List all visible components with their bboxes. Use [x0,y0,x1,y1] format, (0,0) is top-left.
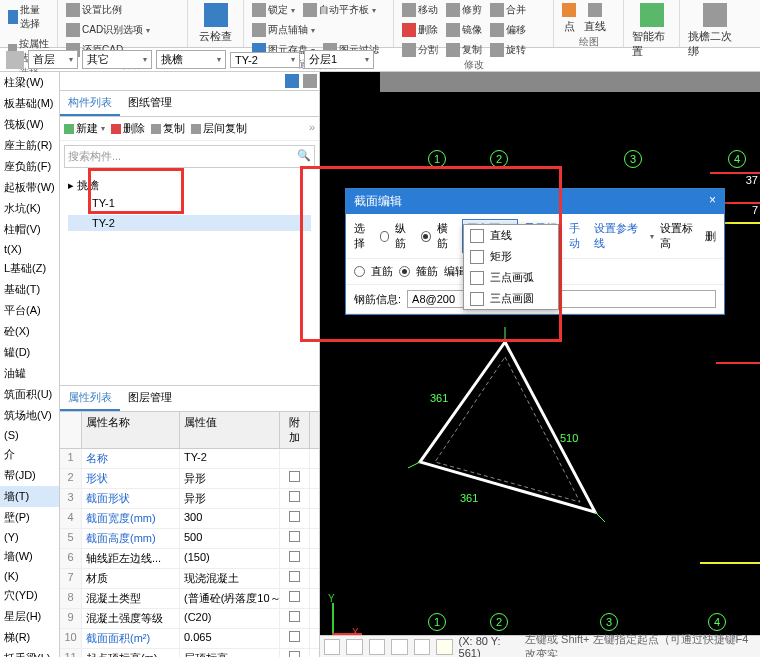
nav-item[interactable]: 介 [0,444,59,465]
nav-item[interactable]: t(X) [0,240,59,258]
move[interactable]: 移动 [400,2,440,18]
prop-row[interactable]: 11起点顶标高(m)层顶标高 [60,649,319,657]
tree-item-ty2[interactable]: TY-2 [68,215,311,231]
new-button[interactable]: 新建▾ [64,121,105,136]
search-input[interactable]: 搜索构件... 🔍 [64,145,315,168]
nav-item[interactable]: 座负筋(F) [0,156,59,177]
cloud-check[interactable]: 云检查 [194,2,237,45]
nav-item[interactable]: 座主筋(R) [0,135,59,156]
line-tool[interactable]: 直线 [582,2,608,35]
type-combo[interactable]: 挑檐▾ [156,50,226,69]
sb-btn[interactable] [369,639,385,655]
sb-btn[interactable] [324,639,340,655]
tree-root[interactable]: ▸ 挑檐 [68,176,311,195]
tab-drawings[interactable]: 图纸管理 [120,91,180,116]
link-set-ref[interactable]: 设置参考线 [594,221,643,251]
trim[interactable]: 修剪 [444,2,484,18]
category-combo[interactable]: 其它▾ [82,50,152,69]
offset[interactable]: 偏移 [488,22,528,38]
nav-item[interactable]: L基础(Z) [0,258,59,279]
cad-options[interactable]: CAD识别选项▾ [64,22,152,38]
copy[interactable]: 复制 [444,42,484,58]
menu-line[interactable]: 直线 [464,225,558,246]
set-scale[interactable]: 设置比例 [64,2,124,18]
nav-item[interactable]: 平台(A) [0,300,59,321]
grid-view-icon[interactable] [303,74,317,88]
merge[interactable]: 合并 [488,2,528,18]
radio-stirrup[interactable] [399,266,410,277]
point-tool[interactable]: 点 [560,2,578,35]
lock[interactable]: 锁定▾ [250,2,297,18]
nav-item[interactable]: 柱帽(V) [0,219,59,240]
nav-item[interactable]: 基础(T) [0,279,59,300]
link-set-elev[interactable]: 设置标高 [660,221,699,251]
nav-item[interactable]: 墙(T) [0,486,59,507]
delete[interactable]: 删除 [400,22,440,38]
nav-item[interactable]: 砼(X) [0,321,59,342]
link-manual[interactable]: 手动 [569,221,589,251]
tab-components[interactable]: 构件列表 [60,91,120,116]
rotate[interactable]: 旋转 [488,42,528,58]
nav-item[interactable]: 星层(H) [0,606,59,627]
eave-rebar[interactable]: 挑檐二次绑 [686,2,744,60]
close-icon[interactable]: × [709,193,716,210]
prop-row[interactable]: 5截面高度(mm)500 [60,529,319,549]
menu-rect[interactable]: 矩形 [464,246,558,267]
tab-layers[interactable]: 图层管理 [120,386,180,411]
nav-item[interactable]: (Y) [0,528,59,546]
prop-row[interactable]: 3截面形状异形 [60,489,319,509]
tab-properties[interactable]: 属性列表 [60,386,120,411]
prop-row[interactable]: 2形状异形 [60,469,319,489]
nav-item[interactable]: 起板带(W) [0,177,59,198]
menu-3pt-arc[interactable]: 三点画弧 [464,267,558,288]
prop-row[interactable]: 4截面宽度(mm)300 [60,509,319,529]
nav-item[interactable]: 梯(R) [0,627,59,648]
delete-button[interactable]: 删除 [111,121,145,136]
link-del[interactable]: 删 [705,229,716,244]
nav-item[interactable]: 扦手梁(L) [0,648,59,657]
radio-transverse[interactable] [421,231,431,242]
nav-item[interactable]: 柱梁(W) [0,72,59,93]
prop-row[interactable]: 10截面面积(m²)0.065 [60,629,319,649]
component-combo[interactable]: TY-2▾ [230,52,300,68]
sb-btn[interactable] [436,639,452,655]
canvas[interactable]: 1 2 3 4 1 2 3 4 37 7 全部纵筋 ZJ 361 510 361 [320,72,760,657]
filter-icon[interactable] [6,51,24,69]
aux-axis[interactable]: 两点辅轴▾ [250,22,317,38]
copy-button[interactable]: 复制 [151,121,185,136]
nav-item[interactable]: 筏板(W) [0,114,59,135]
list-view-icon[interactable] [285,74,299,88]
nav-item[interactable]: (K) [0,567,59,585]
floor-combo[interactable]: 首层▾ [28,50,78,69]
nav-item[interactable]: 墙(W) [0,546,59,567]
radio-straight[interactable] [354,266,365,277]
sb-btn[interactable] [414,639,430,655]
sb-btn[interactable] [346,639,362,655]
nav-item[interactable]: 油罐 [0,363,59,384]
smart-layout[interactable]: 智能布置 [630,2,673,60]
nav-item[interactable]: 筑面积(U) [0,384,59,405]
sb-btn[interactable] [391,639,407,655]
prop-row[interactable]: 9混凝土强度等级(C20) [60,609,319,629]
prop-row[interactable]: 6轴线距左边线...(150) [60,549,319,569]
nav-item[interactable]: 板基础(M) [0,93,59,114]
nav-item[interactable]: 帮(JD) [0,465,59,486]
layer-combo[interactable]: 分层1▾ [304,50,374,69]
menu-3pt-circle[interactable]: 三点画圆 [464,288,558,309]
split[interactable]: 分割 [400,42,440,58]
prop-row[interactable]: 8混凝土类型(普通砼(坍落度10～90... [60,589,319,609]
nav-item[interactable]: (S) [0,426,59,444]
nav-item[interactable]: 穴(YD) [0,585,59,606]
layer-copy-button[interactable]: 层间复制 [191,121,247,136]
mirror[interactable]: 镜像 [444,22,484,38]
prop-row[interactable]: 1名称TY-2 [60,449,319,469]
prop-row[interactable]: 7材质现浇混凝土 [60,569,319,589]
batch-select[interactable]: 批量选择 [6,2,51,32]
nav-item[interactable]: 水坑(K) [0,198,59,219]
radio-longitudinal[interactable] [380,231,390,242]
nav-item[interactable]: 筑场地(V) [0,405,59,426]
rebar-info-input[interactable]: A8@200 [407,290,716,308]
nav-item[interactable]: 罐(D) [0,342,59,363]
tree-item-ty1[interactable]: TY-1 [68,195,311,211]
nav-item[interactable]: 壁(P) [0,507,59,528]
